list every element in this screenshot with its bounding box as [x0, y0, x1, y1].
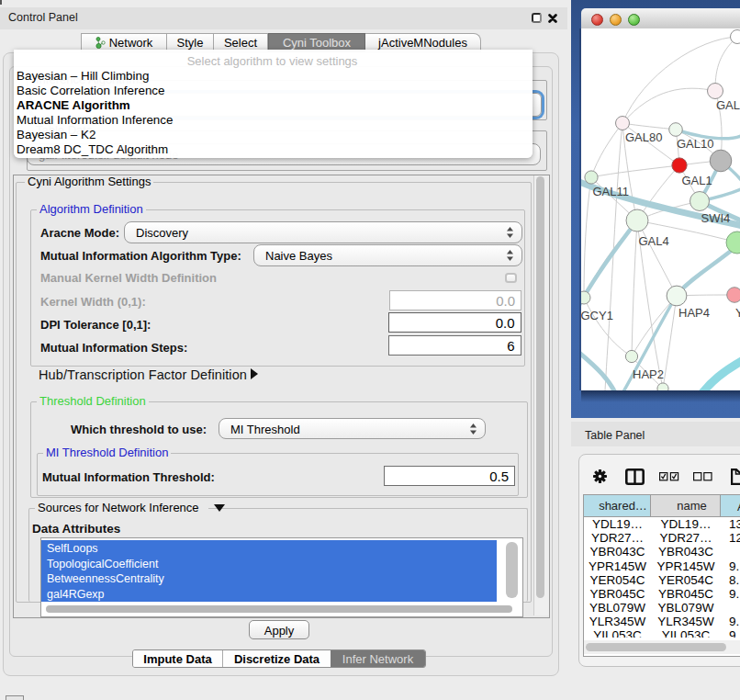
- svg-text:GAL4: GAL4: [638, 234, 668, 248]
- svg-text:GAL80: GAL80: [625, 130, 662, 144]
- svg-text:HAP4: HAP4: [678, 306, 710, 320]
- svg-text:GAL1: GAL1: [681, 174, 712, 187]
- svg-text:GAL11: GAL11: [592, 185, 629, 198]
- svg-text:GCY1: GCY1: [581, 309, 613, 322]
- svg-text:GAL10: GAL10: [677, 137, 713, 151]
- svg-text:GAL7: GAL7: [716, 98, 740, 112]
- svg-text:HAP2: HAP2: [633, 367, 664, 381]
- svg-text:Y: Y: [735, 306, 740, 320]
- svg-text:SWI4: SWI4: [701, 211, 730, 225]
